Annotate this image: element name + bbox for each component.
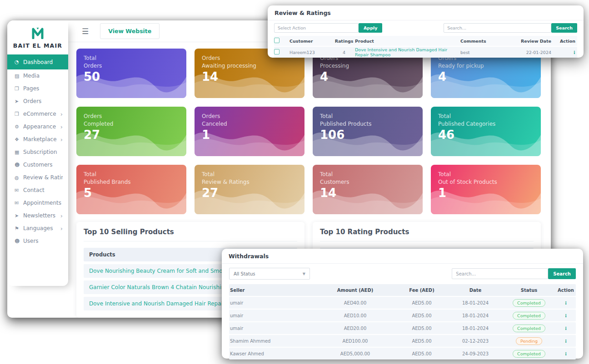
- amount-cell: AED5,000.00: [315, 351, 395, 356]
- stat-value: 1: [438, 187, 534, 199]
- sidebar-item-pages[interactable]: ❐ Pages: [7, 82, 68, 95]
- section-title: Top 10 Selling Products: [84, 228, 297, 241]
- stat-label: Orders: [84, 113, 179, 120]
- amount-cell: AED100.00: [315, 339, 395, 344]
- search-input[interactable]: [452, 268, 548, 279]
- sidebar-item-newsletters[interactable]: ➤ Newsletters ›: [7, 209, 68, 222]
- sidebar-item-marketplace[interactable]: ❖ Marketplace ›: [7, 133, 68, 146]
- ratings-cell: 4: [333, 50, 355, 55]
- row-checkbox[interactable]: [274, 49, 280, 54]
- user-plus-icon: ☻: [15, 238, 23, 244]
- row-actions-icon[interactable]: ⁞: [565, 338, 567, 344]
- panel-title: Review & Ratings: [268, 5, 584, 20]
- section-title: Top 10 Rating Products: [320, 228, 534, 241]
- status-badge: Pending: [516, 337, 542, 345]
- media-icon: ▨: [15, 73, 23, 79]
- stat-label: Total: [202, 171, 297, 178]
- search-input[interactable]: [444, 23, 551, 33]
- review-table-header: Customer Ratings Product Comments Review…: [274, 36, 577, 46]
- chevron-right-icon: ›: [60, 111, 63, 118]
- stat-card-review-ratings: Total Review & Ratings 27: [195, 165, 304, 214]
- apply-button[interactable]: Apply: [359, 23, 382, 33]
- stat-value: 27: [202, 187, 297, 199]
- chevron-right-icon: ›: [60, 136, 63, 143]
- fee-cell: AED5.00: [395, 313, 449, 318]
- stat-value: 4: [438, 71, 534, 83]
- stat-value: 46: [438, 129, 534, 141]
- sidebar-item-users[interactable]: ☻ Users: [7, 235, 68, 247]
- panel-title: Withdrawals: [222, 249, 583, 264]
- stat-card-total-orders: Total Orders 50: [76, 49, 186, 98]
- withdrawals-panel: Withdrawals All Status ▼ Search Seller A…: [222, 249, 583, 359]
- review-table-row: Hareem123 4 Dove Intensive and Nourish D…: [274, 47, 577, 58]
- hamburger-menu-icon[interactable]: ☰: [82, 27, 88, 36]
- sidebar-item-appointments[interactable]: ✉ Appointments: [7, 197, 68, 209]
- status-filter-select[interactable]: All Status ▼: [229, 268, 310, 280]
- sidebar: BAIT EL MAIR ◔ Dashboard ▨ Media ❐ Pages…: [7, 20, 68, 286]
- date-cell: 02-12-2023: [449, 339, 502, 344]
- withdrawal-row: umair AED40.00 AED5.00 18-01-2024 Comple…: [229, 297, 576, 309]
- stat-label: Total: [84, 171, 179, 178]
- dashboard-icon: ◔: [15, 59, 23, 65]
- sidebar-item-contact[interactable]: ✉ Contact: [7, 184, 68, 197]
- flag-icon: ⚑: [15, 226, 23, 231]
- withdrawals-table-header: Seller Amount (AED) Fee (AED) Date Statu…: [229, 284, 576, 296]
- brand-logo-icon: [29, 26, 47, 39]
- chevron-right-icon: ›: [60, 212, 63, 219]
- customer-cell: Hareem123: [290, 50, 333, 55]
- sidebar-item-review-ratings[interactable]: ◍ Review & Ratings: [7, 171, 68, 184]
- row-actions-icon[interactable]: ⁞: [565, 300, 567, 306]
- select-action-input[interactable]: [274, 23, 359, 33]
- product-link[interactable]: Dove Intensive and Nourish Damaged Hair …: [355, 47, 447, 57]
- withdrawal-row: Kawser Ahmed AED5,000.00 AED5.00 24-09-2…: [229, 348, 576, 359]
- stat-value: 4: [320, 71, 415, 83]
- fee-cell: AED5.00: [395, 300, 449, 305]
- stat-card-orders-canceled: Orders Canceled 1: [195, 107, 304, 156]
- view-website-button[interactable]: View Website: [100, 23, 160, 39]
- sidebar-item-media[interactable]: ▨ Media: [7, 69, 68, 82]
- row-actions-icon[interactable]: ⁞: [574, 49, 575, 55]
- fee-cell: AED5.00: [395, 326, 449, 331]
- stat-label: Customers: [320, 178, 415, 186]
- sidebar-item-languages[interactable]: ⚑ Languages ›: [7, 222, 68, 235]
- sidebar-item-dashboard[interactable]: ◔ Dashboard: [7, 54, 68, 69]
- sidebar-item-ecommerce[interactable]: ❒ eCommerce ›: [7, 108, 68, 120]
- comments-cell: best: [460, 50, 519, 55]
- sidebar-item-subscription[interactable]: ▦ Subscription: [7, 146, 68, 158]
- sidebar-item-customers[interactable]: ☻ Customers: [7, 158, 68, 171]
- wrench-icon: ⚙: [15, 124, 23, 130]
- date-cell: 18-01-2024: [449, 326, 502, 331]
- sidebar-item-appearance[interactable]: ⚙ Appearance ›: [7, 120, 68, 133]
- row-actions-icon[interactable]: ⁞: [565, 351, 567, 357]
- date-cell: 18-01-2024: [449, 300, 502, 305]
- stat-label: Out of Stock Products: [438, 178, 534, 186]
- stat-card-total-customers: Total Customers 14: [313, 165, 423, 214]
- stat-card-published-brands: Total Published Brands 5: [76, 165, 186, 214]
- seller-cell: Shamim Ahmmed: [230, 339, 315, 344]
- search-button[interactable]: Search: [548, 268, 576, 279]
- status-badge: Completed: [513, 299, 545, 307]
- stat-card-published-products: Total Published Products 106: [313, 107, 423, 156]
- fee-cell: AED5.00: [395, 339, 449, 344]
- stat-card-orders-completed: Orders Completed 27: [76, 107, 186, 156]
- select-all-checkbox[interactable]: [274, 38, 280, 43]
- sidebar-item-orders[interactable]: ➤ Orders: [7, 95, 68, 108]
- stat-cards-grid: Total Orders 50 Orders Awaiting processi…: [76, 49, 541, 214]
- stat-value: 14: [202, 71, 297, 83]
- withdrawal-row: umair AED10.00 AED5.00 18-01-2024 Comple…: [229, 310, 576, 321]
- brand-name: BAIT EL MAIR: [9, 42, 66, 49]
- stat-label: Total: [320, 171, 415, 178]
- chevron-right-icon: ›: [60, 225, 63, 232]
- row-actions-icon[interactable]: ⁞: [565, 313, 567, 319]
- stat-label: Total: [84, 54, 179, 62]
- cart-icon: ❒: [15, 111, 23, 117]
- sitemap-icon: ❖: [15, 137, 23, 143]
- amount-cell: AED40.00: [315, 300, 395, 305]
- stat-label: Review & Ratings: [202, 178, 297, 186]
- users-group-icon: ☻: [15, 162, 23, 168]
- stat-value: 27: [84, 129, 179, 141]
- search-button[interactable]: Search: [551, 23, 577, 33]
- stat-value: 5: [84, 187, 179, 199]
- stat-value: 14: [320, 187, 415, 199]
- row-actions-icon[interactable]: ⁞: [565, 325, 567, 331]
